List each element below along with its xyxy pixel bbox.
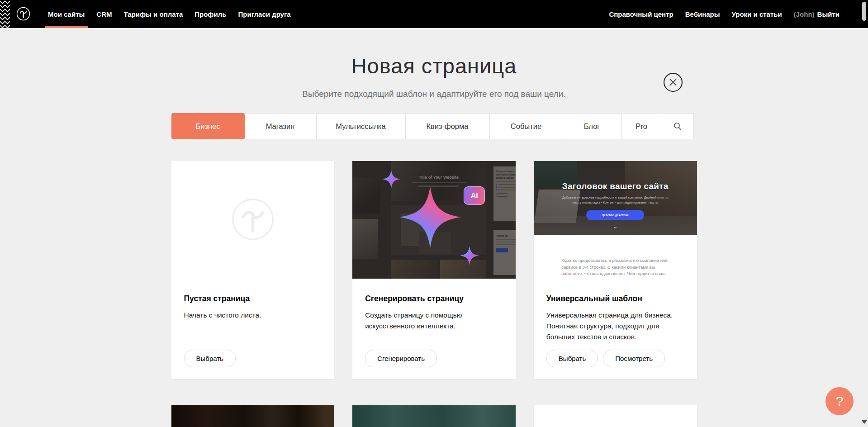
tab-multilink[interactable]: Мультиссылка bbox=[316, 113, 406, 139]
template-cta-button: Целевое действие bbox=[586, 210, 644, 220]
template-card-universal[interactable]: Заголовок вашего сайта Добавьте интересн… bbox=[534, 161, 697, 379]
card-title: Пустая страница bbox=[184, 294, 322, 304]
template-card[interactable] bbox=[534, 405, 697, 427]
template-preview bbox=[171, 405, 335, 427]
ai-sparkle-icon bbox=[460, 246, 479, 265]
ai-collage-preview: Title of Your Website Get your house in … bbox=[352, 161, 516, 279]
logout-link[interactable]: Выйти bbox=[817, 10, 840, 18]
tab-blog[interactable]: Блог bbox=[563, 113, 621, 139]
tab-business[interactable]: Бизнес bbox=[171, 113, 245, 139]
nav-webinars[interactable]: Вебинары bbox=[679, 0, 726, 28]
top-navigation-bar: Мои сайты CRM Тарифы и оплата Профиль Пр… bbox=[0, 0, 868, 28]
template-body-text: Коротко представьтесь и расскажите о ком… bbox=[561, 257, 669, 279]
help-button[interactable]: ? bbox=[825, 387, 854, 415]
choose-button[interactable]: Выбрать bbox=[546, 350, 598, 367]
template-text-section: Коротко представьтесь и расскажите о ком… bbox=[534, 235, 697, 279]
templates-grid-row2 bbox=[171, 405, 697, 427]
vertical-scrollbar[interactable] bbox=[860, 0, 868, 427]
card-body: Пустая страница Начать с чистого листа. … bbox=[171, 279, 335, 379]
card-title: Универсальный шаблон bbox=[546, 294, 684, 304]
view-button[interactable]: Посмотреть bbox=[603, 350, 665, 367]
scrollbar-down-arrow-icon[interactable] bbox=[862, 420, 867, 424]
nav-profile[interactable]: Профиль bbox=[189, 0, 232, 28]
page-subtitle: Выберите подходящий шаблон и адаптируйте… bbox=[171, 89, 697, 99]
card-actions: Выбрать Посмотреть bbox=[546, 350, 665, 367]
ai-badge: AI bbox=[464, 186, 485, 205]
tab-pro[interactable]: Pro bbox=[621, 113, 662, 139]
secondary-nav: Справочный центр Вебинары Уроки и статьи… bbox=[603, 0, 845, 28]
nav-lessons[interactable]: Уроки и статьи bbox=[726, 0, 788, 28]
card-actions: Выбрать bbox=[184, 350, 236, 367]
template-card-ai-generate[interactable]: Title of Your Website Get your house in … bbox=[352, 161, 516, 379]
card-title: Сгенерировать страницу bbox=[365, 294, 503, 304]
blank-page-preview bbox=[171, 161, 335, 279]
ai-sparkle-icon bbox=[382, 170, 400, 188]
hero-content: Заголовок вашего сайта Добавьте интересн… bbox=[534, 161, 697, 235]
card-body: Универсальный шаблон Универсальная стран… bbox=[534, 279, 697, 379]
generate-button[interactable]: Сгенерировать bbox=[365, 350, 437, 367]
tilda-logo-icon[interactable] bbox=[16, 7, 30, 21]
choose-button[interactable]: Выбрать bbox=[184, 350, 236, 367]
close-icon bbox=[669, 79, 677, 86]
tab-event[interactable]: Событие bbox=[489, 113, 563, 139]
nav-invite-friend[interactable]: Пригласи друга bbox=[232, 0, 296, 28]
user-name: (John) bbox=[794, 10, 815, 18]
template-hero-section: Заголовок вашего сайта Добавьте интересн… bbox=[534, 161, 697, 235]
universal-template-preview: Заголовок вашего сайта Добавьте интересн… bbox=[534, 161, 697, 279]
template-card-blank[interactable]: Пустая страница Начать с чистого листа. … bbox=[171, 161, 335, 379]
card-description: Начать с чистого листа. bbox=[184, 310, 320, 321]
card-body: Сгенерировать страницу Создать страницу … bbox=[352, 279, 516, 379]
template-preview bbox=[352, 405, 516, 427]
nav-pricing[interactable]: Тарифы и оплата bbox=[118, 0, 189, 28]
new-page-dialog: Новая страница Выберите подходящий шабло… bbox=[171, 28, 697, 427]
template-category-tabs: Бизнес Магазин Мультиссылка Квиз-форма С… bbox=[171, 113, 697, 139]
chevron-down-icon: ⌄ bbox=[613, 225, 618, 228]
ai-sparkle-icon bbox=[399, 186, 461, 248]
zigzag-pattern-decoration bbox=[0, 0, 10, 28]
nav-crm[interactable]: CRM bbox=[90, 0, 118, 28]
template-hero-title: Заголовок вашего сайта bbox=[562, 181, 669, 191]
card-description: Универсальная страница для бизнеса. Поня… bbox=[546, 310, 682, 342]
template-card[interactable] bbox=[352, 405, 516, 427]
templates-grid: Пустая страница Начать с чистого листа. … bbox=[171, 161, 697, 379]
tab-shop[interactable]: Магазин bbox=[244, 113, 317, 139]
template-card[interactable] bbox=[171, 405, 335, 427]
scrollbar-thumb[interactable] bbox=[862, 2, 866, 21]
template-hero-subtitle: Добавьте интересные подробности о вашей … bbox=[559, 195, 672, 205]
main-nav: Мои сайты CRM Тарифы и оплата Профиль Пр… bbox=[42, 0, 297, 28]
nav-my-sites[interactable]: Мои сайты bbox=[42, 0, 90, 28]
tilda-templates-screen: Мои сайты CRM Тарифы и оплата Профиль Пр… bbox=[0, 0, 868, 427]
nav-help-center[interactable]: Справочный центр bbox=[603, 0, 679, 28]
page-title: Новая страница bbox=[171, 53, 697, 78]
search-icon bbox=[674, 122, 682, 130]
card-actions: Сгенерировать bbox=[365, 350, 437, 367]
tilda-watermark-icon bbox=[231, 198, 275, 241]
close-button[interactable] bbox=[664, 73, 683, 92]
tab-quiz-form[interactable]: Квиз-форма bbox=[405, 113, 490, 139]
tab-search-button[interactable] bbox=[662, 113, 694, 139]
template-preview bbox=[534, 405, 697, 427]
user-logout[interactable]: (John) Выйти bbox=[788, 0, 845, 28]
card-description: Создать страницу с помощью искусственног… bbox=[365, 310, 501, 332]
